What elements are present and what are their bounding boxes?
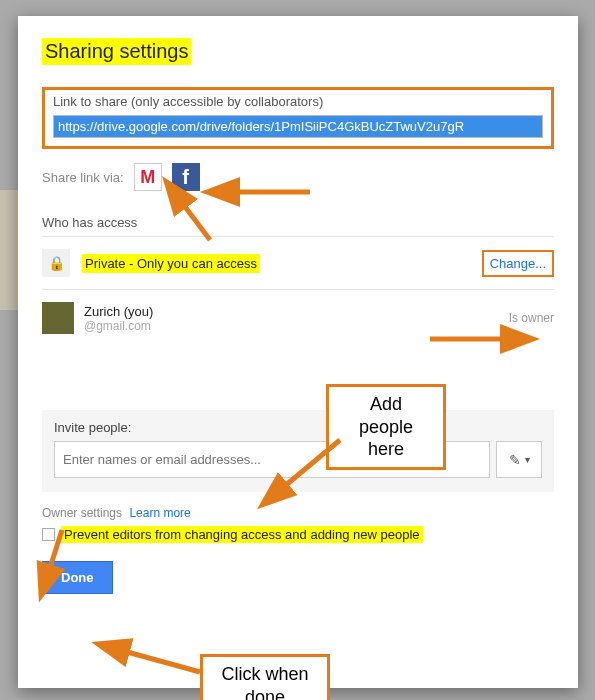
owner-settings-label: Owner settings xyxy=(42,506,122,520)
share-via-label: Share link via: xyxy=(42,170,124,185)
learn-more-link[interactable]: Learn more xyxy=(129,506,190,520)
prevent-editors-label: Prevent editors from changing access and… xyxy=(61,526,423,543)
invite-people-block: Invite people: ✎ ▾ xyxy=(42,410,554,492)
who-has-access-heading: Who has access xyxy=(42,215,554,230)
gmail-icon[interactable]: M xyxy=(134,163,162,191)
done-button[interactable]: Done xyxy=(42,561,113,594)
background-sliver xyxy=(0,190,18,310)
dialog-title: Sharing settings xyxy=(42,38,554,65)
annotation-click-done: Click whendone xyxy=(200,654,330,700)
sharing-settings-dialog: Sharing settings Link to share (only acc… xyxy=(18,16,578,688)
invite-people-label: Invite people: xyxy=(54,420,542,435)
share-link-input[interactable] xyxy=(53,115,543,138)
chevron-down-icon: ▾ xyxy=(525,454,530,465)
link-to-share-block: Link to share (only accessible by collab… xyxy=(42,87,554,149)
link-to-share-label: Link to share (only accessible by collab… xyxy=(53,94,543,109)
pencil-icon: ✎ xyxy=(509,452,521,468)
share-link-via-row: Share link via: M f xyxy=(42,163,554,191)
owner-name: Zurich (you) xyxy=(84,304,153,319)
owner-row: Zurich (you) @gmail.com Is owner xyxy=(42,290,554,346)
annotation-add-people: Add peoplehere xyxy=(326,384,446,470)
owner-id-block: Zurich (you) @gmail.com xyxy=(84,304,153,333)
avatar xyxy=(42,302,74,334)
owner-role: Is owner xyxy=(509,311,554,325)
private-label: Private - Only you can access xyxy=(82,254,260,273)
owner-email: @gmail.com xyxy=(84,319,153,333)
permission-dropdown-button[interactable]: ✎ ▾ xyxy=(496,441,542,478)
lock-icon: 🔒 xyxy=(42,249,70,277)
access-private-row: 🔒 Private - Only you can access Change..… xyxy=(42,237,554,290)
change-access-link[interactable]: Change... xyxy=(482,250,554,277)
prevent-editors-checkbox[interactable] xyxy=(42,528,55,541)
owner-settings-row: Owner settings Learn more xyxy=(42,506,554,520)
facebook-icon[interactable]: f xyxy=(172,163,200,191)
dialog-title-text: Sharing settings xyxy=(42,38,191,65)
done-button-label: Done xyxy=(61,570,94,585)
prevent-editors-row[interactable]: Prevent editors from changing access and… xyxy=(42,526,554,543)
